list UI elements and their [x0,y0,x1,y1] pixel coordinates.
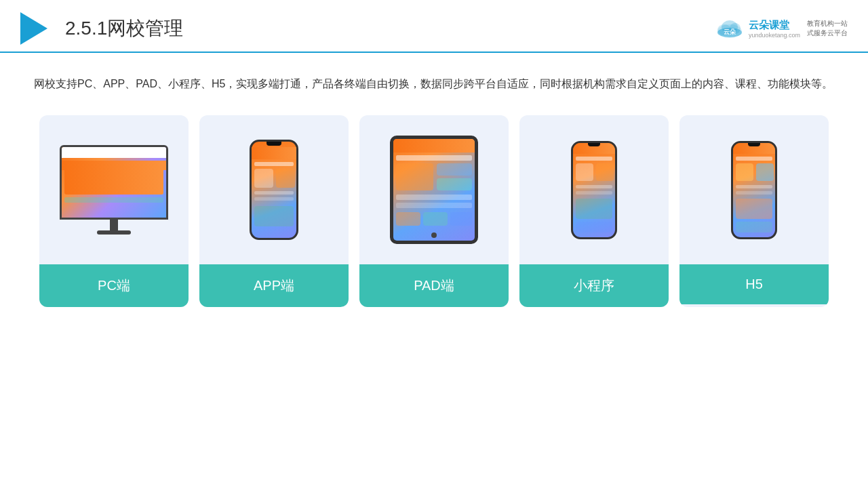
title-main: 网校管理 [107,18,183,39]
card-h5: H5 [679,115,829,307]
card-mini: 小程序 [519,115,669,307]
logo-url: yunduoketang.com [749,32,800,39]
app-device-mock [250,140,298,240]
brand-name: 云朵课堂 [749,19,800,32]
mini-screen [573,143,615,237]
card-label-pc: PC端 [39,264,189,307]
mini-device-mock [571,141,617,239]
card-image-h5 [679,115,829,264]
card-pad: PAD端 [359,115,509,307]
card-image-pad [359,115,509,264]
card-image-mini [519,115,669,264]
card-app: APP端 [199,115,349,307]
card-label-pad: PAD端 [359,264,509,307]
tagline-line1: 教育机构一站 [807,19,848,28]
tablet-home-button [431,232,437,238]
tagline-line2: 式服务云平台 [807,28,848,38]
h5-device-mock [731,141,777,239]
logo-text: 云朵课堂 yunduoketang.com [749,19,800,39]
card-image-app [199,115,349,264]
monitor-neck [110,220,118,230]
pad-device-mock [390,136,478,244]
logo-tagline: 教育机构一站 式服务云平台 [807,19,848,38]
main-content: 网校支持PC、APP、PAD、小程序、H5，实现多端打通，产品各终端自由切换，数… [0,53,868,327]
monitor-body [60,145,168,220]
card-label-h5: H5 [679,264,829,304]
pad-screen [393,139,475,241]
logo-cloud: 云朵 云朵课堂 yunduoketang.com 教育机构一站 式服务云平台 [715,18,848,39]
play-icon [20,12,47,45]
title-prefix: 2.5.1 [65,18,107,39]
logo-area: 云朵 云朵课堂 yunduoketang.com 教育机构一站 式服务云平台 [715,18,848,39]
header-left: 2.5.1网校管理 [20,12,183,45]
card-pc: PC端 [39,115,189,307]
cloud-icon: 云朵 [715,18,745,39]
cards-container: PC端 APP端 [34,115,834,307]
page-header: 2.5.1网校管理 云朵 云朵课堂 yunduoketang.com 教育机构一… [0,0,868,53]
page-title: 2.5.1网校管理 [65,16,183,41]
monitor-screen [62,147,166,218]
app-screen [252,142,296,238]
svg-text:云朵: 云朵 [724,28,736,35]
card-label-mini: 小程序 [519,264,669,307]
h5-screen [733,143,775,237]
description-text: 网校支持PC、APP、PAD、小程序、H5，实现多端打通，产品各终端自由切换，数… [34,73,834,95]
card-label-app: APP端 [199,264,349,307]
pc-device-mock [60,145,168,235]
monitor-base [97,230,131,235]
phone-notch-app [267,142,281,146]
card-image-pc [39,115,189,264]
